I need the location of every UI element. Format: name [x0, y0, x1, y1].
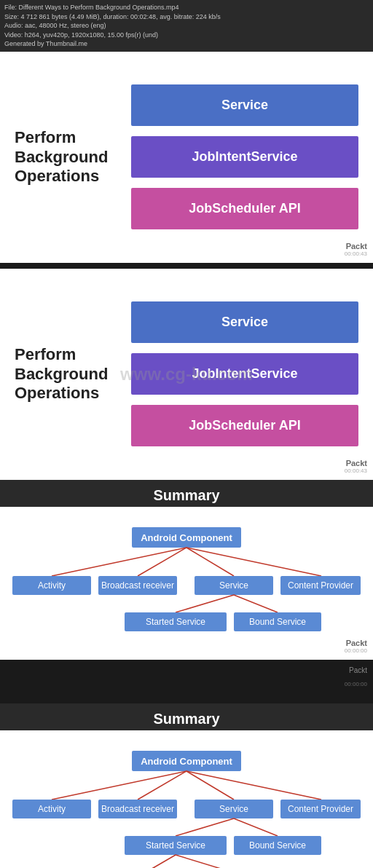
- summary1-activity-label: Activity: [38, 580, 66, 591]
- summary1-dark-header: Summary: [0, 480, 373, 507]
- file-info-line1: File: Different Ways to Perform Backgrou…: [4, 3, 369, 12]
- summary1-service-label: Service: [219, 580, 248, 591]
- summary2-dark-header: Summary: [0, 703, 373, 730]
- slide1-packt-text: Packt: [345, 242, 367, 250]
- svg-line-16: [186, 771, 234, 800]
- svg-line-2: [138, 548, 186, 576]
- file-info-line2: Size: 4 712 861 bytes (4.49 MiB), durati…: [4, 12, 369, 22]
- svg-line-26: [136, 855, 176, 868]
- slide2-jobintent-button: JobIntentService: [131, 353, 358, 395]
- summary1-packt-badge: Packt 00:00:00: [345, 639, 367, 654]
- slide2-left-text: Perform Background Operations: [15, 345, 131, 403]
- summary2-service-label: Service: [219, 804, 248, 814]
- slide2-jobscheduler-button: JobScheduler API: [131, 405, 358, 446]
- summary2-broadcast-label: Broadcast receiver: [101, 804, 174, 814]
- slide1-jobintent-button: JobIntentService: [131, 136, 358, 178]
- summary1-bound-service-label: Bound Service: [249, 617, 306, 627]
- summary1-packt-text: Packt: [345, 639, 367, 647]
- summary2-content: Android Component Activity Broadcast rec…: [0, 730, 373, 868]
- slide1-service-button: Service: [131, 84, 358, 126]
- summary1-root-label: Android Component: [141, 532, 232, 543]
- slide-2: Perform Background Operations Service Jo…: [0, 269, 373, 480]
- svg-line-27: [176, 855, 252, 868]
- slide2-packt-badge: Packt 00:00:43: [345, 459, 367, 474]
- svg-line-3: [186, 548, 234, 576]
- summary2-content-provider-label: Content Provider: [288, 804, 353, 814]
- summary2-tree-svg: Android Component Activity Broadcast rec…: [7, 745, 366, 868]
- slide-1: Perform Background Operations Service Jo…: [0, 52, 373, 263]
- svg-line-17: [186, 771, 321, 800]
- svg-line-23: [234, 818, 278, 836]
- file-info-line5: Generated by Thumbnail.me: [4, 39, 369, 49]
- summary2-bound-service-label: Bound Service: [249, 840, 306, 851]
- summary1-broadcast-label: Broadcast receiver: [101, 580, 174, 591]
- file-info-line4: Video: h264, yuv420p, 1920x1080, 15.00 f…: [4, 31, 369, 40]
- summary1-timestamp: 00:00:00: [345, 647, 367, 654]
- summary1-tree-svg: Android Component Activity Broadcast rec…: [7, 521, 366, 638]
- svg-line-4: [186, 548, 321, 576]
- slide2-service-button: Service: [131, 301, 358, 343]
- summary2-title: Summary: [0, 711, 373, 727]
- svg-line-22: [176, 818, 234, 836]
- summary1-started-service-label: Started Service: [146, 617, 205, 627]
- summary2-started-service-label: Started Service: [146, 840, 205, 851]
- slide1-left-text: Perform Background Operations: [15, 128, 131, 186]
- slide2-packt-text: Packt: [345, 459, 367, 467]
- packt-dark-label: Packt: [349, 666, 367, 674]
- slide2-timestamp: 00:00:43: [345, 467, 367, 474]
- summary1-content: Android Component Activity Broadcast rec…: [0, 507, 373, 660]
- separator-1: [0, 263, 373, 269]
- svg-line-9: [176, 595, 234, 612]
- slide2-buttons: Service JobIntentService JobScheduler AP…: [131, 301, 358, 446]
- summary1-title: Summary: [0, 487, 373, 504]
- svg-line-10: [234, 595, 278, 612]
- svg-line-15: [138, 771, 186, 800]
- svg-line-1: [52, 548, 186, 576]
- slide1-packt-badge: Packt 00:00:43: [345, 242, 367, 257]
- packt-dark-badge: Packt 00:00:00: [0, 660, 373, 692]
- separator-2: Packt 00:00:00: [0, 660, 373, 703]
- packt-dark-time: 00:00:00: [345, 681, 367, 687]
- file-info-line3: Audio: aac, 48000 Hz, stereo (eng): [4, 21, 369, 31]
- svg-line-14: [52, 771, 186, 800]
- summary2-activity-label: Activity: [38, 804, 66, 814]
- file-info-bar: File: Different Ways to Perform Backgrou…: [0, 0, 373, 52]
- slide1-timestamp: 00:00:43: [345, 250, 367, 257]
- summary1-content-provider-label: Content Provider: [288, 580, 353, 591]
- summary2-root-label: Android Component: [141, 756, 232, 767]
- slide1-jobscheduler-button: JobScheduler API: [131, 188, 358, 229]
- slide1-buttons: Service JobIntentService JobScheduler AP…: [131, 84, 358, 229]
